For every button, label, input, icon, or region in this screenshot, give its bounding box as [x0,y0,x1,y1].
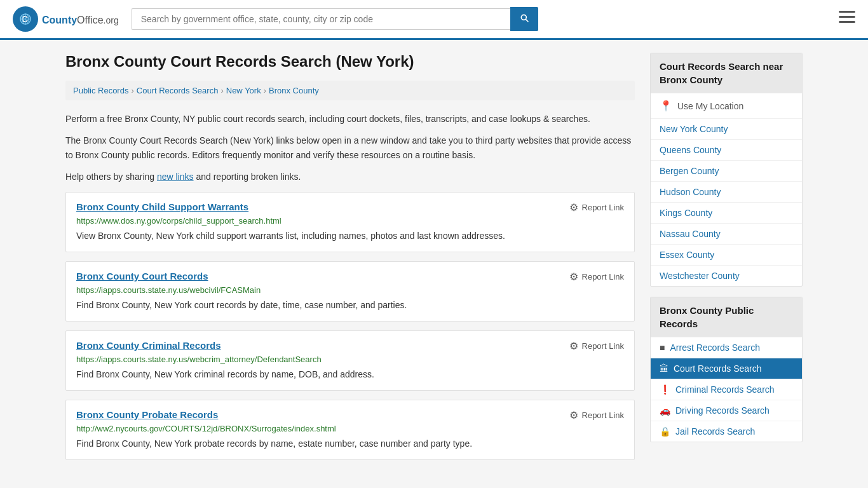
nearby-county-1[interactable]: Queens County [651,139,802,160]
description-para2: The Bronx County Court Records Search (N… [65,133,635,162]
search-bar [132,7,538,31]
use-location-label: Use My Location [677,101,743,111]
report-link-button-2[interactable]: ⚙ Report Link [569,340,624,352]
report-link-button-3[interactable]: ⚙ Report Link [569,409,624,421]
public-record-label-1: Court Records Search [674,363,762,374]
record-title-2[interactable]: Bronx County Criminal Records [76,340,221,351]
menu-button[interactable] [839,11,855,27]
record-url-0: https://www.dos.ny.gov/corps/child_suppo… [76,216,624,226]
report-link-label-1: Report Link [582,272,624,281]
record-title-1[interactable]: Bronx County Court Records [76,271,208,281]
logo-icon: C [13,6,38,32]
public-record-icon-3: 🚗 [660,405,670,416]
public-records-list: ■ Arrest Records Search 🏛 Court Records … [651,337,802,442]
nearby-county-4[interactable]: Kings County [651,202,802,223]
breadcrumb: Public Records › Court Records Search › … [65,81,635,100]
record-title-0[interactable]: Bronx County Child Support Warrants [76,201,248,212]
public-record-icon-1: 🏛 [660,363,668,374]
report-icon-0: ⚙ [569,201,578,214]
use-my-location[interactable]: 📍 Use My Location [651,93,802,118]
nearby-county-2[interactable]: Bergen County [651,160,802,181]
report-link-label-0: Report Link [582,203,624,212]
report-icon-3: ⚙ [569,409,578,421]
nearby-county-0[interactable]: New York County [651,118,802,139]
public-record-label-2: Criminal Records Search [675,384,775,395]
report-link-label-3: Report Link [582,410,624,420]
record-title-3[interactable]: Bronx County Probate Records [76,409,218,420]
svg-rect-6 [839,11,855,13]
main-layout: Bronx County Court Records Search (New Y… [53,40,815,482]
record-desc-2: Find Bronx County, New York criminal rec… [76,368,624,381]
breadcrumb-public-records[interactable]: Public Records [73,86,128,95]
public-record-icon-4: 🔒 [660,426,670,437]
public-record-item-0[interactable]: ■ Arrest Records Search [651,337,802,358]
records-list: Bronx County Child Support Warrants ⚙ Re… [65,192,635,460]
record-url-3: http://ww2.nycourts.gov/COURTS/12jd/BRON… [76,424,624,433]
nearby-county-5[interactable]: Nassau County [651,223,802,244]
record-desc-1: Find Bronx County, New York court record… [76,299,624,312]
description-para3: Help others by sharing new links and rep… [65,170,635,184]
nearby-county-3[interactable]: Hudson County [651,181,802,202]
nearby-counties-list: New York CountyQueens CountyBergen Count… [651,118,802,286]
report-icon-2: ⚙ [569,340,578,352]
page-title: Bronx County Court Records Search (New Y… [65,53,635,71]
record-url-2: https://iapps.courts.state.ny.us/webcrim… [76,355,624,364]
public-record-item-2[interactable]: ❗ Criminal Records Search [651,379,802,400]
sidebar: Court Records Search near Bronx County 📍… [650,53,803,469]
public-record-item-1[interactable]: 🏛 Court Records Search [651,358,802,379]
public-records-section-title: Bronx County Public Records [651,297,802,337]
public-record-label-3: Driving Records Search [675,405,770,416]
nearby-county-6[interactable]: Essex County [651,244,802,265]
report-link-label-2: Report Link [582,341,624,351]
public-record-item-4[interactable]: 🔒 Jail Records Search [651,421,802,442]
report-icon-1: ⚙ [569,271,578,283]
breadcrumb-new-york[interactable]: New York [226,86,261,95]
public-record-icon-2: ❗ [660,384,670,395]
record-item: Bronx County Probate Records ⚙ Report Li… [65,400,635,460]
location-pin-icon: 📍 [660,100,672,112]
report-link-button-1[interactable]: ⚙ Report Link [569,271,624,283]
search-input[interactable] [132,8,510,30]
main-content: Bronx County Court Records Search (New Y… [65,53,635,469]
public-records-section: Bronx County Public Records ■ Arrest Rec… [650,297,803,442]
new-links-link[interactable]: new links [157,172,194,182]
public-record-label-4: Jail Records Search [675,426,755,437]
search-button[interactable] [510,7,538,31]
record-desc-3: Find Bronx County, New York probate reco… [76,437,624,451]
public-record-item-3[interactable]: 🚗 Driving Records Search [651,400,802,421]
record-item: Bronx County Criminal Records ⚙ Report L… [65,330,635,391]
public-record-label-0: Arrest Records Search [670,342,760,353]
site-header: C CountyOffice.org [0,0,868,40]
breadcrumb-bronx-county[interactable]: Bronx County [269,86,319,95]
breadcrumb-court-records-search[interactable]: Court Records Search [137,86,219,95]
description-para1: Perform a free Bronx County, NY public c… [65,112,635,126]
nearby-county-7[interactable]: Westchester County [651,265,802,286]
svg-rect-8 [839,21,855,23]
record-item: Bronx County Court Records ⚙ Report Link… [65,261,635,322]
logo-text: CountyOffice.org [42,12,119,27]
public-record-icon-0: ■ [660,342,665,353]
nearby-section: Court Records Search near Bronx County 📍… [650,53,803,287]
report-link-button-0[interactable]: ⚙ Report Link [569,201,624,214]
nearby-section-title: Court Records Search near Bronx County [651,53,802,93]
record-item: Bronx County Child Support Warrants ⚙ Re… [65,192,635,252]
record-url-1: https://iapps.courts.state.ny.us/webcivi… [76,285,624,295]
record-desc-0: View Bronx County, New York child suppor… [76,229,624,243]
svg-rect-7 [839,16,855,18]
logo: C CountyOffice.org [13,6,119,32]
